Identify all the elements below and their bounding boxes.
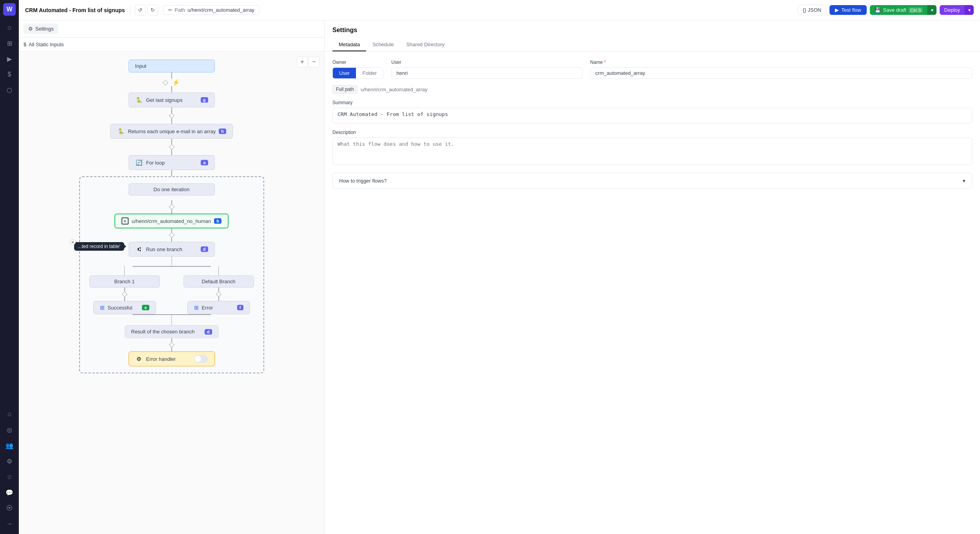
sidebar-item-group[interactable]: ⬡ bbox=[2, 83, 16, 97]
page-title: CRM Automated - From list of signups bbox=[25, 7, 125, 13]
diamond-icon-1 bbox=[162, 80, 168, 85]
topbar: CRM Automated - From list of signups ↺ ↻… bbox=[19, 0, 980, 20]
description-group: Description bbox=[332, 130, 972, 165]
diamond-icon-3 bbox=[169, 144, 174, 150]
sidebar-item-home[interactable]: ⌂ bbox=[2, 20, 16, 34]
table-icon-1: ⊞ bbox=[100, 304, 105, 311]
description-textarea[interactable] bbox=[332, 138, 972, 165]
folder-toggle-btn[interactable]: Folder bbox=[356, 68, 383, 78]
zoom-in-button[interactable]: + bbox=[297, 56, 308, 67]
test-flow-button[interactable]: ▶ Test flow bbox=[829, 5, 867, 15]
table-icon-2: ⊞ bbox=[194, 304, 199, 311]
settings-icon: ⚙ bbox=[28, 26, 33, 32]
owner-row: Owner User Folder User Name * bbox=[332, 60, 972, 79]
subflow-node-box[interactable]: ≡ u/henri/crm_automated_no_human b bbox=[114, 214, 229, 228]
tab-schedule[interactable]: Schedule bbox=[366, 38, 400, 51]
subflow-badge: b bbox=[214, 218, 221, 224]
error-handler-box[interactable]: ⚙ Error handler bbox=[129, 351, 215, 366]
sidebar-item-grid[interactable]: ⊞ bbox=[2, 36, 16, 50]
successful-label: Successful bbox=[108, 305, 139, 311]
deploy-button[interactable]: Deploy bbox=[940, 5, 965, 15]
json-icon: {} bbox=[803, 7, 806, 13]
input-node-label: Input bbox=[135, 63, 208, 69]
save-draft-arrow-button[interactable]: ▾ bbox=[927, 5, 936, 15]
tooltip-text: ...ted record in table' bbox=[78, 244, 120, 249]
close-tooltip-button[interactable]: ✕ bbox=[69, 239, 76, 245]
chevron-icon: ▾ bbox=[963, 178, 965, 184]
returns-array-node: 🐍 Returns each unique e-mail in an array… bbox=[110, 124, 233, 139]
branch-h-line bbox=[117, 257, 227, 266]
connector-1: ⚡ bbox=[163, 72, 180, 92]
owner-group: Owner User Folder bbox=[332, 60, 383, 79]
branch-1-box[interactable]: Branch 1 bbox=[89, 275, 160, 288]
get-last-signups-box[interactable]: 🐍 Get last signups g bbox=[129, 92, 215, 107]
sidebar-item-dollar[interactable]: $ bbox=[2, 67, 16, 81]
topbar-divider bbox=[130, 6, 130, 14]
result-box[interactable]: Result of the chosen branch d bbox=[125, 325, 219, 338]
deploy-group: Deploy ▾ bbox=[940, 5, 974, 15]
error-label: Error bbox=[202, 305, 234, 311]
settings-body: Owner User Folder User Name * bbox=[325, 52, 980, 534]
path-pill[interactable]: ✏ Path u/henri/crm_automated_array bbox=[163, 5, 260, 15]
user-input[interactable] bbox=[391, 67, 582, 79]
result-label: Result of the chosen branch bbox=[131, 329, 201, 335]
flow-toolbar: ⚙ Settings bbox=[19, 20, 324, 38]
sidebar-item-arrow-right[interactable]: → bbox=[2, 517, 16, 531]
branch-columns: Branch 1 ⊞ Successful bbox=[89, 266, 254, 314]
undo-button[interactable]: ↺ bbox=[135, 5, 146, 16]
input-node-box[interactable]: Input bbox=[129, 60, 215, 72]
static-inputs-bar[interactable]: $ All Static Inputs bbox=[19, 38, 324, 52]
settings-tab[interactable]: ⚙ Settings bbox=[24, 24, 58, 34]
input-node: Input bbox=[129, 60, 215, 72]
settings-header: Settings Metadata Schedule Shared Direct… bbox=[325, 20, 980, 52]
default-branch-box[interactable]: Default Branch bbox=[183, 275, 254, 288]
path-value: u/henri/crm_automated_array bbox=[187, 7, 254, 13]
redo-button[interactable]: ↻ bbox=[147, 5, 158, 16]
get-last-signups-label: Get last signups bbox=[146, 97, 198, 103]
for-loop-box[interactable]: 🔄 For loop a bbox=[129, 155, 215, 170]
run-one-branch-badge: d bbox=[201, 246, 208, 252]
save-draft-button[interactable]: 💾 Save draft Ctrl S bbox=[870, 5, 927, 15]
how-to-trigger[interactable]: How to trigger flows? ▾ bbox=[332, 173, 972, 189]
deploy-arrow-button[interactable]: ▾ bbox=[965, 5, 974, 15]
error-handler-toggle[interactable] bbox=[194, 355, 208, 363]
error-handler-icon: ⚙ bbox=[135, 355, 143, 363]
settings-panel-title: Settings bbox=[332, 27, 972, 34]
save-icon: 💾 bbox=[875, 7, 881, 13]
sidebar-item-star[interactable]: ☆ bbox=[2, 470, 16, 484]
returns-array-box[interactable]: 🐍 Returns each unique e-mail in an array… bbox=[110, 124, 233, 139]
result-badge: d bbox=[205, 329, 212, 335]
how-to-trigger-label: How to trigger flows? bbox=[339, 178, 387, 184]
summary-textarea[interactable]: CRM Automated - From list of signups bbox=[332, 108, 972, 123]
tab-metadata[interactable]: Metadata bbox=[332, 38, 366, 51]
sidebar-item-chat[interactable]: 💬 bbox=[2, 485, 16, 500]
run-one-branch-box[interactable]: ✕ ...ted record in table' ⑆ Run one bran… bbox=[129, 242, 215, 257]
run-one-branch-label: Run one branch bbox=[146, 246, 198, 252]
name-input[interactable] bbox=[590, 67, 972, 79]
successful-box[interactable]: ⊞ Successful e bbox=[93, 301, 156, 314]
sidebar-item-search[interactable]: ◎ bbox=[2, 423, 16, 437]
sidebar-item-github[interactable]: ⦿ bbox=[2, 501, 16, 515]
name-label: Name * bbox=[590, 60, 972, 65]
json-button[interactable]: {} JSON bbox=[798, 5, 826, 15]
tooltip-bubble: ✕ ...ted record in table' bbox=[74, 242, 124, 251]
loop-icon: 🔄 bbox=[135, 159, 143, 167]
sidebar-item-settings[interactable]: ⚙ bbox=[2, 454, 16, 468]
connector-4 bbox=[171, 170, 172, 176]
flow-content: Input ⚡ 🐍 bbox=[19, 52, 324, 534]
default-branch-col: Default Branch ⊞ Erro bbox=[183, 266, 254, 314]
sidebar-item-play[interactable]: ▶ bbox=[2, 52, 16, 66]
sidebar-item-home2[interactable]: ⌂ bbox=[2, 407, 16, 421]
zoom-out-button[interactable]: − bbox=[309, 56, 319, 67]
error-box[interactable]: ⊞ Error f bbox=[187, 301, 250, 314]
user-toggle-btn[interactable]: User bbox=[333, 68, 356, 78]
connector-2 bbox=[170, 107, 174, 124]
diamond-icon-7 bbox=[169, 342, 174, 348]
owner-toggle-group: User Folder bbox=[332, 67, 383, 79]
branch-1-label: Branch 1 bbox=[114, 279, 134, 284]
do-iteration-box[interactable]: Do one iteration bbox=[129, 183, 215, 195]
sidebar-item-users[interactable]: 👥 bbox=[2, 438, 16, 453]
connector-3 bbox=[170, 139, 174, 155]
undo-redo-group: ↺ ↻ bbox=[135, 5, 158, 16]
tab-shared-directory[interactable]: Shared Directory bbox=[400, 38, 451, 51]
